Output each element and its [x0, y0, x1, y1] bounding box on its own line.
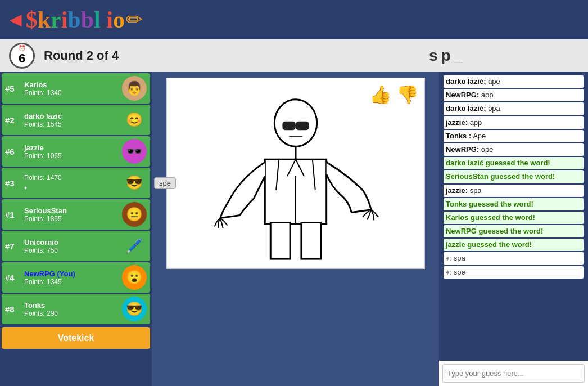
player-rank: #2: [5, 115, 21, 125]
player-avatar: 😐: [122, 202, 147, 227]
player-info: Unicornio Points: 750: [24, 238, 119, 254]
player-avatar: 😎: [122, 170, 147, 195]
header: ◄ $kribbl.io ✏: [0, 0, 588, 39]
player-rank: #5: [5, 84, 21, 93]
chat-input[interactable]: [442, 364, 585, 383]
logo-area: ◄ $kribbl.io ✏: [6, 6, 143, 33]
chat-message: Karlos guessed the word!: [444, 212, 584, 224]
player-row: #3 Points: 1470 ♦ 😎 spe: [2, 168, 150, 198]
chat-message: darko lazić guessed the word!: [444, 157, 584, 169]
player-rank: #3: [5, 178, 21, 188]
svg-rect-1: [283, 122, 295, 130]
player-points: Points: 1470: [24, 174, 119, 182]
player-name: Karlos: [24, 80, 119, 89]
svg-rect-9: [270, 222, 290, 259]
player-points: Points: 1340: [24, 89, 119, 97]
msg-sender: darko lazić:: [446, 104, 486, 113]
msg-sender: NewRPG:: [446, 91, 479, 99]
player-row: #8 Tonks Points: 290 😎: [2, 294, 150, 324]
logo-arrow-left: ◄: [6, 8, 26, 32]
msg-sender: NewRPG:: [446, 145, 479, 154]
svg-point-0: [274, 100, 317, 147]
player-row: #5 Karlos Points: 1340 👨: [2, 73, 150, 104]
player-name: jazzie: [24, 143, 119, 152]
diamond-sender: ♦:: [446, 268, 451, 276]
timer-alarm-icon: ⏰: [19, 45, 25, 51]
round-text: Round 2 of 4: [44, 48, 307, 63]
chat-message: SeriousStan guessed the word!: [444, 170, 584, 183]
votekick-button[interactable]: Votekick: [2, 327, 150, 349]
player-info: Tonks Points: 290: [24, 301, 119, 317]
svg-rect-10: [301, 222, 320, 259]
diamond-text: spe: [451, 268, 465, 276]
chat-message: jazzie: app: [444, 116, 584, 129]
msg-text: ape: [486, 77, 500, 86]
chat-messages: darko lazić: apeNewRPG: appdarko lazić: …: [439, 72, 588, 361]
chat-input-area: [439, 361, 588, 386]
player-name: NewRPG (You): [24, 270, 119, 278]
drawing-canvas: 👍 👎: [166, 78, 425, 269]
player-name: Unicornio: [24, 238, 119, 246]
player-info: Points: 1470 ♦: [24, 174, 119, 192]
player-rank: #8: [5, 304, 21, 314]
chat-message: Tonks guessed the word!: [444, 198, 584, 210]
timer-value: 6: [19, 51, 25, 66]
spe-bubble: spe: [154, 177, 176, 189]
logo-text: $kribbl.io: [26, 6, 125, 33]
msg-sender: Tonks :: [446, 132, 471, 140]
msg-text: opa: [486, 104, 500, 113]
chat-message: NewRPG guessed the word!: [444, 225, 584, 237]
stick-figure-drawing: [167, 78, 424, 268]
player-avatar: 😊: [122, 107, 147, 132]
logo-pencil: ✏: [126, 8, 143, 32]
main-area: #5 Karlos Points: 1340 👨 #2 darko lazić …: [0, 72, 588, 386]
player-name: darko lazić: [24, 112, 119, 120]
chat-panel: darko lazić: apeNewRPG: appdarko lazić: …: [439, 72, 588, 386]
timer-circle: ⏰ 6: [9, 43, 35, 69]
player-info: SeriousStan Points: 1895: [24, 207, 119, 223]
msg-text: spa: [468, 186, 482, 195]
chat-message: NewRPG: app: [444, 89, 584, 101]
player-avatar: 🕶️: [122, 139, 147, 164]
msg-text: app: [479, 91, 493, 99]
chat-message: NewRPG: ope: [444, 143, 584, 156]
canvas-area: 👍 👎: [152, 72, 439, 386]
player-points: Points: 1345: [24, 278, 119, 286]
chat-message: ♦: spe: [444, 266, 584, 279]
msg-text: ope: [479, 145, 493, 154]
msg-sender: jazzie:: [446, 118, 468, 127]
player-avatar: 😎: [122, 297, 147, 321]
player-row: #2 darko lazić Points: 1545 😊: [2, 105, 150, 135]
player-row: #1 SeriousStan Points: 1895 😐: [2, 199, 150, 230]
player-info: darko lazić Points: 1545: [24, 112, 119, 128]
diamond-sender: ♦:: [446, 254, 451, 262]
msg-text: app: [468, 118, 482, 127]
player-row: #4 NewRPG (You) Points: 1345 😮: [2, 262, 150, 293]
player-avatar: 👨: [122, 76, 147, 101]
player-rows-container: #5 Karlos Points: 1340 👨 #2 darko lazić …: [0, 72, 152, 325]
player-points: Points: 290: [24, 309, 119, 317]
player-avatar: 🖊️: [122, 234, 147, 258]
player-row: #7 Unicornio Points: 750 🖊️: [2, 231, 150, 261]
word-hint: sp_: [316, 47, 579, 65]
svg-rect-2: [296, 122, 308, 130]
player-points: Points: 750: [24, 246, 119, 254]
player-rank: #1: [5, 210, 21, 219]
chat-message: jazzie: spa: [444, 185, 584, 197]
player-info: Karlos Points: 1340: [24, 80, 119, 97]
round-bar: ⏰ 6 Round 2 of 4 sp_: [0, 39, 588, 72]
player-rank: #7: [5, 241, 21, 251]
player-rank: #4: [5, 273, 21, 282]
chat-message: Tonks : Ape: [444, 130, 584, 142]
player-info: jazzie Points: 1065: [24, 143, 119, 160]
players-panel: #5 Karlos Points: 1340 👨 #2 darko lazić …: [0, 72, 152, 386]
player-points: Points: 1545: [24, 120, 119, 128]
diamond-text: spa: [451, 254, 465, 262]
msg-text: Ape: [471, 132, 486, 140]
chat-message: jazzie guessed the word!: [444, 239, 584, 251]
msg-sender: darko lazić:: [446, 77, 486, 86]
player-row: #6 jazzie Points: 1065 🕶️: [2, 136, 150, 167]
chat-message: darko lazić: ape: [444, 75, 584, 88]
player-points: Points: 1895: [24, 215, 119, 223]
player-points: Points: 1065: [24, 152, 119, 160]
